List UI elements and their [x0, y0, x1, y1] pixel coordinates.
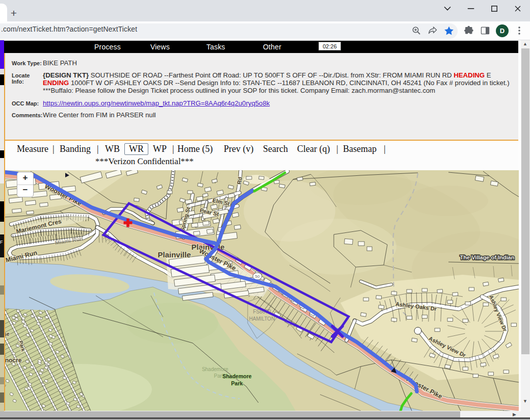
svg-text:Shademore: Shademore: [222, 373, 251, 379]
svg-text:nocre: nocre: [5, 357, 22, 364]
svg-text:50: 50: [255, 274, 260, 279]
svg-text:Plainville: Plainville: [157, 250, 191, 259]
svg-text:The Village of Indian: The Village of Indian: [460, 254, 515, 260]
svg-text:Shademore: Shademore: [202, 366, 228, 372]
svg-text:Park: Park: [231, 380, 243, 386]
svg-text:Rd: Rd: [236, 176, 243, 185]
svg-text:se: se: [4, 331, 10, 337]
svg-text:HAMILTON: HAMILTON: [249, 316, 275, 322]
